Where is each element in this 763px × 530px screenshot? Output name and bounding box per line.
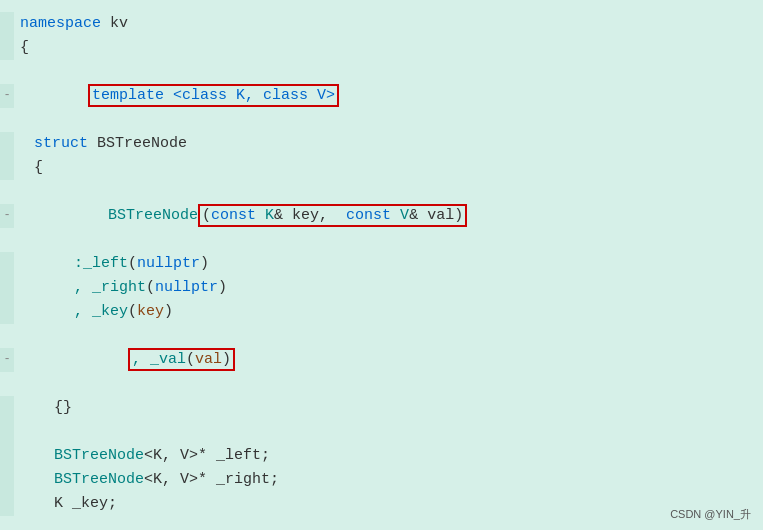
gutter-dash-6: - xyxy=(3,206,10,225)
code-line-6: - BSTreeNode(const K& key, const V& val) xyxy=(0,180,763,252)
code-text-11: {} xyxy=(14,396,72,420)
code-line-2: { xyxy=(0,36,763,60)
gutter-5 xyxy=(0,156,14,180)
code-text-8: , _right(nullptr) xyxy=(14,276,227,300)
code-line-3: - template <class K, class V> xyxy=(0,60,763,132)
watermark: CSDN @YIN_升 xyxy=(670,507,751,522)
code-container: namespace kv { - template <class K, clas… xyxy=(0,0,763,530)
code-text-9: , _key(key) xyxy=(14,300,173,324)
code-line-11: {} xyxy=(0,396,763,420)
code-line-14: BSTreeNode<K, V>* _right; xyxy=(0,468,763,492)
code-text-13: BSTreeNode<K, V>* _left; xyxy=(14,444,270,468)
code-text-12 xyxy=(14,420,29,444)
gutter-3: - xyxy=(0,84,14,108)
code-line-16: - V _val; xyxy=(0,516,763,530)
gutter-15 xyxy=(0,492,14,516)
gutter-11 xyxy=(0,396,14,420)
code-line-4: struct BSTreeNode xyxy=(0,132,763,156)
gutter-12 xyxy=(0,420,14,444)
gutter-9 xyxy=(0,300,14,324)
gutter-10: - xyxy=(0,348,14,372)
code-text-1: namespace kv xyxy=(14,12,128,36)
code-line-12 xyxy=(0,420,763,444)
code-text-6: BSTreeNode(const K& key, const V& val) xyxy=(14,180,467,252)
gutter-13 xyxy=(0,444,14,468)
code-line-8: , _right(nullptr) xyxy=(0,276,763,300)
gutter-dash-10: - xyxy=(3,350,10,369)
code-text-14: BSTreeNode<K, V>* _right; xyxy=(14,468,279,492)
gutter-6: - xyxy=(0,204,14,228)
gutter-7 xyxy=(0,252,14,276)
code-text-5: { xyxy=(14,156,43,180)
gutter-14 xyxy=(0,468,14,492)
code-line-13: BSTreeNode<K, V>* _left; xyxy=(0,444,763,468)
code-line-7: :_left(nullptr) xyxy=(0,252,763,276)
highlight-val: , _val(val) xyxy=(128,348,235,371)
code-text-4: struct BSTreeNode xyxy=(14,132,187,156)
gutter-dash-3: - xyxy=(3,86,10,105)
code-line-9: , _key(key) xyxy=(0,300,763,324)
highlight-template: template <class K, class V> xyxy=(88,84,339,107)
code-text-15: K _key; xyxy=(14,492,117,516)
highlight-constructor: (const K& key, const V& val) xyxy=(198,204,467,227)
code-text-16: V _val; xyxy=(14,516,179,530)
code-text-10: , _val(val) xyxy=(14,324,235,396)
code-line-1: namespace kv xyxy=(0,12,763,36)
code-line-15: K _key; xyxy=(0,492,763,516)
gutter-1 xyxy=(0,12,14,36)
code-line-5: { xyxy=(0,156,763,180)
code-line-10: - , _val(val) xyxy=(0,324,763,396)
gutter-4 xyxy=(0,132,14,156)
code-text-2: { xyxy=(14,36,29,60)
gutter-2 xyxy=(0,36,14,60)
gutter-8 xyxy=(0,276,14,300)
code-text-7: :_left(nullptr) xyxy=(14,252,209,276)
code-text-3: template <class K, class V> xyxy=(14,60,339,132)
